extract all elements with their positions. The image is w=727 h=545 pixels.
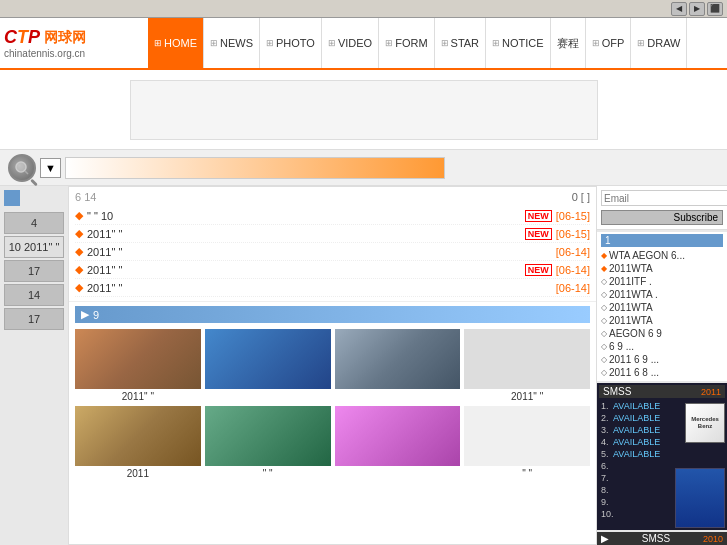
news-new-badge-1: NEW [525,228,552,240]
browser-bar: ◀ ▶ ⬛ [0,0,727,18]
smss-num-7: 8. [601,485,611,495]
nav-item-photo[interactable]: ⊞ PHOTO [260,18,322,68]
photo-thumb-6 [335,406,461,466]
right-news-text-6: AEGON 6 9 [609,328,723,339]
subscribe-button[interactable]: Subscribe [601,210,723,225]
news-header: 6 14 0 [ ] [75,191,590,203]
right-news-item-6[interactable]: ◇ AEGON 6 9 [601,327,723,340]
sidebar-item-17a[interactable]: 17 [4,260,64,282]
news-section: 6 14 0 [ ] ◆ " " 10 NEW [06-15] ◆ 2011" … [69,187,596,302]
right-news-item-8[interactable]: ◇ 2011 6 9 ... [601,353,723,366]
nav-label-form: FORM [395,37,427,49]
right-news-bullet-8: ◇ [601,355,607,364]
browser-icons: ◀ ▶ ⬛ [671,2,723,16]
smss-text-2: AVAILABLE [613,425,660,435]
news-item-2[interactable]: ◆ 2011" " [06-14] [75,243,590,261]
right-news-item-1[interactable]: ◆ 2011WTA [601,262,723,275]
photo-item-0[interactable]: 2011" " [75,329,201,402]
nav-item-home[interactable]: ⊞ HOME [148,18,204,68]
right-news-text-8: 2011 6 9 ... [609,354,723,365]
sidebar-item-4-label: 4 [31,217,37,229]
news-title-1: 2011" " [87,228,519,240]
banner-box [130,80,598,140]
news-bullet-1: ◆ [75,227,83,240]
sidebar-item-4[interactable]: 4 [4,212,64,234]
right-news-item-7[interactable]: ◇ 6 9 ... [601,340,723,353]
draw-nav-icon: ⊞ [637,38,645,48]
news-item-4[interactable]: ◆ 2011" " [06-14] [75,279,590,297]
news-header-right: 0 [ ] [572,191,590,203]
browser-icon-3[interactable]: ⬛ [707,2,723,16]
nav-item-draw[interactable]: ⊞ DRAW [631,18,687,68]
notice-nav-icon: ⊞ [492,38,500,48]
right-news-item-5[interactable]: ◇ 2011WTA [601,314,723,327]
logo-url: chinatennis.org.cn [4,48,144,59]
photo-item-4[interactable]: 2011 [75,406,201,479]
right-news-item-0[interactable]: ◆ WTA AEGON 6... [601,249,723,262]
smss-num-0: 1. [601,401,611,411]
photo-item-6[interactable] [335,406,461,479]
nav-label-news: NEWS [220,37,253,49]
sidebar-item-14[interactable]: 14 [4,284,64,306]
smss-num-5: 6. [601,461,611,471]
nav-item-form[interactable]: ⊞ FORM [379,18,434,68]
browser-icon-1[interactable]: ◀ [671,2,687,16]
nav-item-ofp[interactable]: ⊞ OFP [586,18,632,68]
right-news-bullet-2: ◇ [601,277,607,286]
photo-item-5[interactable]: " " [205,406,331,479]
news-new-badge-0: NEW [525,210,552,222]
right-news-item-9[interactable]: ◇ 2011 6 8 ... [601,366,723,379]
search-dropdown[interactable]: ▼ [40,158,61,178]
nav-label-star: STAR [451,37,480,49]
browser-icon-2[interactable]: ▶ [689,2,705,16]
photo-item-7[interactable]: " " [464,406,590,479]
news-date-2: [06-14] [556,246,590,258]
nav-item-video[interactable]: ⊞ VIDEO [322,18,379,68]
right-news-item-4[interactable]: ◇ 2011WTA [601,301,723,314]
nav-item-star[interactable]: ⊞ STAR [435,18,487,68]
right-news-bullet-0: ◆ [601,251,607,260]
photo-nav-icon: ⊞ [266,38,274,48]
star-nav-icon: ⊞ [441,38,449,48]
news-item-3[interactable]: ◆ 2011" " NEW [06-14] [75,261,590,279]
sidebar-item-17b[interactable]: 17 [4,308,64,330]
left-sidebar: 4 10 2011" " 17 14 17 [0,186,68,545]
news-title-0: " " 10 [87,210,519,222]
email-input[interactable] [601,190,727,206]
photo-caption-5: " " [205,468,331,479]
right-news-item-3[interactable]: ◇ 2011WTA . [601,288,723,301]
nav-item-notice[interactable]: ⊞ NOTICE [486,18,551,68]
right-news-bullet-3: ◇ [601,290,607,299]
search-input[interactable] [65,157,445,179]
photo-grid: 2011" " 2011" " 2011 [75,329,590,479]
smss-text-1: AVAILABLE [613,413,660,423]
news-item-1[interactable]: ◆ 2011" " NEW [06-15] [75,225,590,243]
sidebar-item-10[interactable]: 10 2011" " [4,236,64,258]
main-content: 4 10 2011" " 17 14 17 6 14 0 [ ] ◆ " " 1… [0,186,727,545]
smss-num-3: 4. [601,437,611,447]
photo-caption-7: " " [464,468,590,479]
right-news-text-1: 2011WTA [609,263,723,274]
nav-item-news[interactable]: ⊞ NEWS [204,18,260,68]
right-news-bullet-1: ◆ [601,264,607,273]
news-item-0[interactable]: ◆ " " 10 NEW [06-15] [75,207,590,225]
nav-label-home: HOME [164,37,197,49]
photo-item-1[interactable] [205,329,331,402]
search-icon-button[interactable] [8,154,36,182]
nav-item-blank1[interactable]: 赛程 [551,18,586,68]
smss-text-0: AVAILABLE [613,401,660,411]
nav-label-video: VIDEO [338,37,372,49]
photo-item-3[interactable]: 2011" " [464,329,590,402]
photo-item-2[interactable] [335,329,461,402]
right-news-bullet-6: ◇ [601,329,607,338]
photo-thumb-1 [205,329,331,389]
smss-item-4[interactable]: 5. AVAILABLE [601,448,723,460]
nav-label-blank1: 赛程 [557,36,579,51]
right-top: Subscribe [597,186,727,230]
email-row [601,190,723,206]
right-news-item-2[interactable]: ◇ 2011ITF . [601,275,723,288]
news-bullet-0: ◆ [75,209,83,222]
logo-area: CTP 网球网 chinatennis.org.cn [4,27,144,59]
photo-section-icon: ▶ [81,308,89,321]
banner-area [0,70,727,150]
